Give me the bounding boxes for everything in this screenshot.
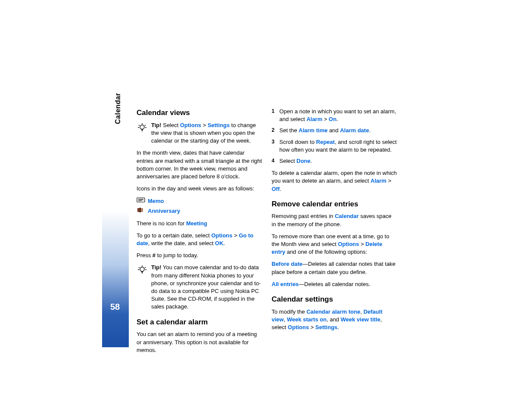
heading-set-alarm: Set a calendar alarm (137, 317, 262, 327)
body-text: To delete a calendar alarm, open the not… (272, 169, 398, 193)
svg-point-5 (140, 267, 144, 271)
step-item: Open a note in which you want to set an … (272, 108, 398, 123)
before-date-link[interactable]: Before date (272, 261, 303, 267)
option-item: Before date—Deletes all calendar notes t… (272, 260, 398, 276)
options-link[interactable]: Options (288, 324, 309, 330)
tip-label: Tip! (151, 122, 162, 128)
body-text: To modify the Calendar alarm tone, Defau… (272, 308, 398, 332)
tip-text: Tip! You can move calendar and to-do dat… (151, 264, 262, 311)
heading-remove-entries: Remove calendar entries (272, 199, 398, 209)
page-content: Calendar views Tip! Select Options > Set… (137, 108, 397, 358)
options-link[interactable]: Options (211, 232, 232, 239)
tip-text: Tip! Select Options > Settings to change… (151, 121, 262, 145)
right-column: Open a note in which you want to set an … (272, 108, 398, 358)
memo-icon (137, 197, 145, 205)
memo-link[interactable]: Memo (148, 197, 164, 205)
heading-calendar-views: Calendar views (137, 108, 262, 118)
step-item: Set the Alarm time and Alarm date. (272, 127, 398, 134)
body-text: In the month view, dates that have calen… (137, 149, 262, 181)
memo-row: Memo (137, 197, 262, 205)
tip-block: Tip! Select Options > Settings to change… (137, 121, 262, 145)
alarm-link[interactable]: Alarm (370, 177, 386, 184)
option-item: All entries—Deletes all calendar notes. (272, 280, 398, 288)
options-link[interactable]: Options (180, 122, 201, 128)
body-text: To remove more than one event at a time,… (272, 233, 398, 256)
ok-link[interactable]: OK (215, 240, 224, 246)
options-link[interactable]: Options (338, 241, 359, 247)
hash-key: # (152, 252, 156, 258)
body-text: Icons in the day and week views are as f… (137, 185, 262, 193)
meeting-link[interactable]: Meeting (186, 220, 207, 227)
alarm-tone-link[interactable]: Calendar alarm tone (306, 308, 360, 315)
svg-rect-4 (140, 208, 141, 212)
calendar-link[interactable]: Calendar (335, 213, 359, 219)
body-text: Removing past entries in Calendar saves … (272, 212, 398, 228)
svg-point-0 (140, 125, 144, 129)
left-column: Calendar views Tip! Select Options > Set… (137, 108, 262, 358)
done-link[interactable]: Done (296, 158, 311, 164)
lightbulb-icon (137, 121, 148, 145)
off-link[interactable]: Off (272, 186, 280, 192)
heading-calendar-settings: Calendar settings (272, 294, 398, 305)
body-text: You can set an alarm to remind you of a … (137, 330, 262, 354)
tip-label: Tip! (151, 264, 162, 271)
step-item: Select Done. (272, 157, 398, 165)
anniversary-link[interactable]: Anniversary (148, 207, 180, 215)
week-view-title-link[interactable]: Week view title (341, 316, 380, 323)
week-starts-link[interactable]: Week starts on (287, 316, 327, 323)
settings-link[interactable]: Settings (315, 324, 337, 330)
settings-link[interactable]: Settings (208, 122, 230, 128)
alarm-link[interactable]: Alarm (306, 116, 322, 122)
step-item: Scroll down to Repeat, and scroll right … (272, 138, 398, 154)
tip-block: Tip! You can move calendar and to-do dat… (137, 264, 262, 311)
page-number: 58 (110, 302, 120, 312)
steps-list: Open a note in which you want to set an … (272, 108, 398, 165)
lightbulb-icon (137, 264, 148, 311)
page-sidebar: Calendar 58 (102, 73, 129, 347)
side-section-title: Calendar (114, 93, 122, 124)
body-text: There is no icon for Meeting (137, 220, 262, 227)
anniversary-row: Anniversary (137, 207, 262, 215)
repeat-link[interactable]: Repeat (316, 139, 335, 145)
body-text: To go to a certain date, select Options … (137, 232, 262, 247)
manual-page: Calendar 58 Calendar views Tip! Select O… (102, 73, 401, 347)
all-entries-link[interactable]: All entries (272, 281, 299, 287)
alarm-time-link[interactable]: Alarm time (299, 127, 327, 134)
on-link[interactable]: On (329, 116, 336, 122)
anniversary-icon (137, 207, 145, 215)
alarm-date-link[interactable]: Alarm date (340, 127, 369, 134)
body-text: Press # to jump to today. (137, 252, 262, 259)
